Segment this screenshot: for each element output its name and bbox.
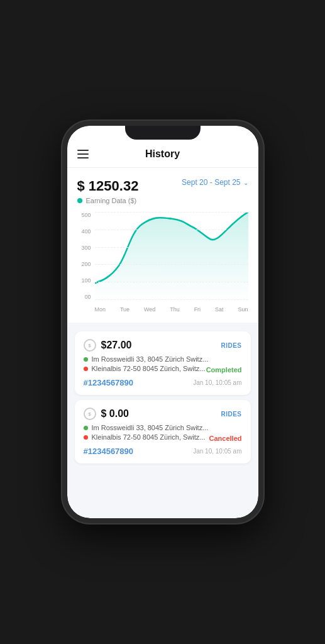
x-label-sat: Sat (215, 306, 224, 313)
y-label-00: 00 (77, 294, 91, 300)
phone-frame: History $ 1250.32 Sept 20 - Sept 25 ⌄ Ea… (62, 121, 263, 523)
hamburger-menu[interactable] (77, 150, 89, 158)
dropoff-location-2: Kleinalbis 72-50 8045 Zürich, Switz... (84, 433, 206, 441)
date-range-selector[interactable]: Sept 20 - Sept 25 ⌄ (182, 178, 248, 187)
earning-amount: $ 1250.32 (77, 178, 139, 194)
ride-card-2[interactable]: $ $ 0.00 RIDES Im Rossweidli 33, 8045 Zü… (75, 400, 251, 464)
earning-label: Earning Data ($) (77, 197, 248, 204)
ride-time-2: Jan 10, 10:05 am (193, 448, 241, 455)
chart-drawing-area (95, 212, 248, 300)
dropoff-dot-icon-2 (84, 435, 88, 440)
x-label-sun: Sun (238, 306, 248, 313)
chart-y-axis: 500 400 300 200 100 00 (77, 212, 91, 300)
ride-status-2: Cancelled (209, 435, 242, 442)
card-top-row: $ $27.00 RIDES (84, 339, 242, 352)
chart-x-axis: Mon Tue Wed Thu Fri Sat Sun (95, 306, 248, 313)
y-label-400: 400 (77, 228, 91, 235)
phone-screen: History $ 1250.32 Sept 20 - Sept 25 ⌄ Ea… (67, 126, 258, 518)
section-divider (67, 323, 258, 326)
grid-line (95, 264, 248, 265)
y-label-500: 500 (77, 212, 91, 218)
ride-id-2: #1234567890 (84, 447, 134, 456)
chevron-down-icon: ⌄ (243, 179, 248, 186)
pickup-location-2: Im Rossweidli 33, 8045 Zürich Switz... (84, 424, 242, 431)
grid-line (95, 247, 248, 248)
ride-id: #1234567890 (84, 378, 134, 387)
x-label-thu: Thu (170, 306, 180, 313)
card-bottom-row-2: #1234567890 Jan 10, 10:05 am (84, 447, 242, 456)
dropoff-row: Kleinalbis 72-50 8045 Zürich, Switz... C… (84, 365, 242, 374)
chart-grid (95, 212, 248, 300)
grid-line (95, 282, 248, 282)
grid-line (95, 212, 248, 213)
page-title: History (145, 148, 180, 160)
dropoff-row-2: Kleinalbis 72-50 8045 Zürich, Switz... C… (84, 433, 242, 443)
y-label-300: 300 (77, 245, 91, 251)
x-label-tue: Tue (120, 306, 129, 313)
earnings-chart: 500 400 300 200 100 00 (77, 212, 248, 313)
dropoff-location: Kleinalbis 72-50 8045 Zürich, Switz... (84, 365, 206, 372)
chart-header: $ 1250.32 Sept 20 - Sept 25 ⌄ (77, 178, 248, 194)
y-label-100: 100 (77, 277, 91, 284)
ride-amount: $27.00 (101, 340, 132, 351)
x-label-fri: Fri (194, 306, 201, 313)
coin-icon-2: $ (84, 408, 96, 420)
pickup-location: Im Rossweidli 33, 8045 Zürich Switz... (84, 355, 242, 363)
grid-line (95, 230, 248, 230)
pickup-dot-icon-2 (84, 426, 88, 430)
coin-icon: $ (84, 339, 96, 352)
card-top-row-2: $ $ 0.00 RIDES (84, 408, 242, 420)
grid-line (95, 299, 248, 300)
chart-section: $ 1250.32 Sept 20 - Sept 25 ⌄ Earning Da… (67, 168, 258, 323)
coin-symbol: $ (88, 343, 91, 348)
coin-symbol-2: $ (88, 411, 91, 417)
x-label-wed: Wed (144, 306, 155, 313)
pickup-dot-icon (84, 357, 88, 362)
card-amount-row: $ $27.00 (84, 339, 132, 352)
rides-badge: RIDES (221, 342, 241, 349)
earning-dot-icon (77, 198, 82, 203)
ride-card-1[interactable]: $ $27.00 RIDES Im Rossweidli 33, 8045 Zü… (75, 331, 251, 395)
card-amount-row-2: $ $ 0.00 (84, 408, 129, 420)
x-label-mon: Mon (95, 306, 106, 313)
dropoff-dot-icon (84, 367, 88, 371)
rides-badge-2: RIDES (221, 411, 241, 418)
ride-status: Completed (206, 366, 242, 374)
y-label-200: 200 (77, 261, 91, 267)
card-bottom-row: #1234567890 Jan 10, 10:05 am (84, 378, 242, 387)
ride-time: Jan 10, 10:05 am (193, 379, 241, 386)
status-bar (67, 126, 258, 143)
ride-amount-2: $ 0.00 (101, 408, 129, 419)
app-header: History (67, 143, 258, 168)
